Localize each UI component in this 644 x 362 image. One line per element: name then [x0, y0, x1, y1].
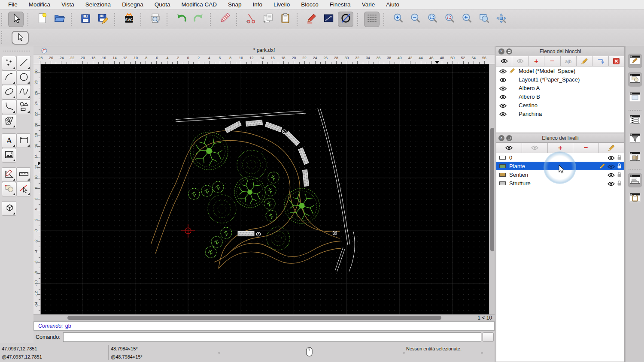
close-icon[interactable]: ×	[498, 135, 504, 141]
eye-icon[interactable]	[608, 181, 615, 186]
new-document-button[interactable]	[34, 12, 50, 27]
grid-toggle-button[interactable]	[364, 12, 380, 27]
tool-select-line-button[interactable]	[16, 182, 31, 196]
dock-library-window-button[interactable]	[628, 150, 642, 165]
eye-icon[interactable]	[608, 155, 615, 160]
pan-button[interactable]	[493, 12, 509, 27]
zoom-window-button[interactable]	[476, 12, 492, 27]
add-block-button[interactable]: +	[529, 56, 544, 66]
menu-quota[interactable]: Quota	[149, 0, 176, 9]
lock-icon[interactable]	[617, 180, 622, 186]
menu-livello[interactable]: Livello	[268, 0, 295, 9]
dock-layer-window-button[interactable]	[628, 54, 642, 68]
zoom-out-button[interactable]	[407, 12, 423, 27]
toolbar-drag-handle[interactable]	[27, 13, 30, 26]
circle-tool-button[interactable]	[338, 12, 353, 27]
menu-varie[interactable]: Varie	[356, 0, 381, 9]
cut-button[interactable]	[243, 12, 258, 27]
block-row[interactable]: Cestino	[496, 101, 624, 109]
drawing-canvas[interactable]	[41, 64, 489, 314]
tool-points-button[interactable]	[2, 56, 16, 70]
eye-icon[interactable]	[499, 69, 507, 73]
toolbar-drag-handle[interactable]	[1, 31, 4, 44]
tool-box3d-button[interactable]	[2, 201, 16, 216]
tool-hatch-button[interactable]	[2, 114, 16, 129]
menu-disegna[interactable]: Disegna	[116, 0, 149, 9]
horizontal-scrollbar[interactable]: 1 < 10	[33, 314, 495, 321]
remove-layer-button[interactable]: −	[573, 143, 599, 153]
add-layer-button[interactable]: +	[548, 143, 574, 153]
tool-circle-button[interactable]	[16, 70, 31, 85]
delete-block-button[interactable]	[609, 56, 624, 66]
palette-drag-handle[interactable]	[3, 51, 30, 53]
vertical-scrollbar-thumb[interactable]	[490, 128, 494, 251]
eye-icon[interactable]	[608, 164, 615, 169]
undock-icon[interactable]	[506, 135, 512, 141]
zoom-previous-button[interactable]	[459, 12, 474, 27]
menu-finestra[interactable]: Finestra	[324, 0, 356, 9]
toolbar-drag-handle[interactable]	[71, 13, 74, 26]
menu-aiuto[interactable]: Aiuto	[380, 0, 405, 9]
vertical-scrollbar[interactable]	[489, 64, 495, 314]
tool-polyline-button[interactable]	[2, 100, 16, 114]
paste-button[interactable]	[277, 12, 293, 27]
eye-icon[interactable]	[499, 103, 507, 108]
save-button[interactable]	[78, 12, 93, 27]
tool-text-button[interactable]: A	[2, 133, 16, 148]
toolbar-drag-handle[interactable]	[1, 13, 4, 26]
hide-all-layers-button[interactable]	[522, 143, 548, 153]
layer-row-sentieri[interactable]: Sentieri	[496, 170, 624, 179]
toolbar-drag-handle[interactable]	[114, 13, 117, 26]
command-options-button[interactable]	[483, 332, 494, 342]
toolbar-drag-handle[interactable]	[210, 13, 213, 26]
copy-button[interactable]	[260, 12, 276, 27]
zoom-auto-button[interactable]	[425, 12, 440, 27]
lock-icon[interactable]	[617, 163, 622, 169]
undock-icon[interactable]	[506, 48, 512, 54]
dock-list-window-button[interactable]	[628, 113, 642, 128]
selection-tool-button[interactable]	[12, 31, 29, 45]
toolbar-drag-handle[interactable]	[357, 13, 360, 26]
tool-dimension-button[interactable]	[16, 133, 31, 148]
delete-eraser-button[interactable]	[217, 12, 232, 27]
tool-line-button[interactable]	[16, 56, 31, 70]
export-svg-button[interactable]: SVG	[121, 12, 137, 27]
layer-row-0[interactable]: 0	[496, 153, 624, 162]
toolbar-drag-handle[interactable]	[236, 13, 239, 26]
eye-icon[interactable]	[499, 94, 507, 99]
undo-button[interactable]	[173, 12, 189, 27]
tool-order-button[interactable]	[2, 182, 16, 196]
tool-ellipse-button[interactable]	[2, 85, 16, 100]
toolbar-drag-handle[interactable]	[167, 13, 170, 26]
eye-icon[interactable]	[608, 172, 615, 177]
save-as-button[interactable]	[95, 12, 110, 27]
dock-command-window-button[interactable]	[628, 173, 642, 187]
edit-block-button[interactable]	[577, 56, 592, 66]
tool-polygon-button[interactable]	[16, 100, 31, 114]
block-row[interactable]: Panchina	[496, 109, 624, 118]
redo-button[interactable]	[191, 12, 206, 27]
menu-vista[interactable]: Vista	[56, 0, 80, 9]
rename-block-button[interactable]: a|b	[561, 56, 577, 66]
block-row[interactable]: Albero A	[496, 84, 624, 92]
draw-pencil-button[interactable]	[304, 12, 319, 27]
dock-block-window-button[interactable]	[628, 72, 642, 87]
dock-plain-window-button[interactable]	[628, 90, 642, 105]
tool-modify-button[interactable]	[2, 167, 16, 182]
remove-block-button[interactable]: −	[544, 56, 560, 66]
zoom-selection-button[interactable]	[442, 12, 457, 27]
layer-row-piante[interactable]: Piante	[496, 162, 624, 170]
eye-icon[interactable]	[499, 86, 507, 90]
menu-blocco[interactable]: Blocco	[295, 0, 324, 9]
show-all-layers-button[interactable]	[496, 143, 522, 153]
edit-layer-button[interactable]	[599, 143, 624, 153]
tool-spline-button[interactable]	[16, 85, 31, 100]
horizontal-scrollbar-thumb[interactable]	[67, 316, 441, 320]
toolbar-drag-handle[interactable]	[140, 13, 143, 26]
menu-snap[interactable]: Snap	[222, 0, 247, 9]
lock-icon[interactable]	[617, 172, 622, 178]
zoom-in-button[interactable]	[390, 12, 406, 27]
menu-seleziona[interactable]: Seleziona	[80, 0, 116, 9]
dock-filter-window-button[interactable]	[628, 132, 642, 146]
eye-icon[interactable]	[499, 112, 507, 116]
